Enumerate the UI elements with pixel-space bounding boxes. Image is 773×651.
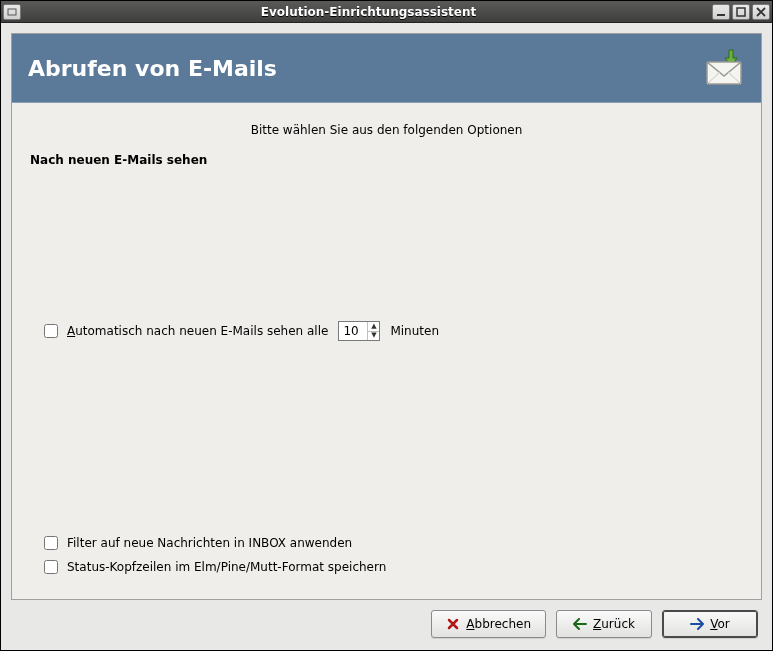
forward-button[interactable]: Vor xyxy=(662,610,758,638)
forward-arrow-icon xyxy=(690,618,704,630)
spin-buttons: ▲ ▼ xyxy=(367,322,379,340)
auto-check-label[interactable]: Automatisch nach neuen E-Mails sehen all… xyxy=(67,324,328,338)
minimize-button[interactable] xyxy=(712,4,730,20)
interval-input[interactable] xyxy=(339,322,367,340)
system-menu-button[interactable] xyxy=(3,4,21,20)
bottom-options: Filter auf neue Nachrichten in INBOX anw… xyxy=(30,529,743,581)
back-label-rest: urück xyxy=(601,617,635,631)
interval-unit: Minuten xyxy=(390,324,439,338)
close-button[interactable] xyxy=(752,4,770,20)
back-button[interactable]: Zurück xyxy=(556,610,652,638)
status-check-row: Status-Kopfzeilen im Elm/Pine/Mutt-Forma… xyxy=(40,557,743,577)
spin-down-button[interactable]: ▼ xyxy=(368,332,379,341)
maximize-button[interactable] xyxy=(732,4,750,20)
mail-receive-icon xyxy=(703,48,745,88)
status-checkbox[interactable] xyxy=(44,560,58,574)
status-check-label[interactable]: Status-Kopfzeilen im Elm/Pine/Mutt-Forma… xyxy=(67,560,386,574)
cancel-icon xyxy=(446,617,460,631)
client-area: Abrufen von E-Mails Bitte wählen Sie aus… xyxy=(1,23,772,650)
auto-check-row: Automatisch nach neuen E-Mails sehen all… xyxy=(40,321,743,341)
cancel-label-rest: bbrechen xyxy=(475,617,531,631)
svg-rect-1 xyxy=(717,14,725,16)
button-row: Abbrechen Zurück Vor xyxy=(11,600,762,640)
auto-check-checkbox[interactable] xyxy=(44,324,58,338)
svg-rect-0 xyxy=(8,9,16,15)
back-arrow-icon xyxy=(573,618,587,630)
wizard-panel: Abrufen von E-Mails Bitte wählen Sie aus… xyxy=(11,33,762,600)
forward-label-rest: or xyxy=(718,617,730,631)
interval-spinbox: ▲ ▼ xyxy=(338,321,380,341)
banner: Abrufen von E-Mails xyxy=(12,34,761,103)
cancel-button[interactable]: Abbrechen xyxy=(431,610,546,638)
auto-check-label-rest: utomatisch nach neuen E-Mails sehen alle xyxy=(75,324,328,338)
window: Evolution-Einrichtungsassistent Abrufen … xyxy=(0,0,773,651)
content-area: Bitte wählen Sie aus den folgenden Optio… xyxy=(12,103,761,599)
window-title: Evolution-Einrichtungsassistent xyxy=(25,5,712,19)
spin-up-button[interactable]: ▲ xyxy=(368,322,379,332)
page-title: Abrufen von E-Mails xyxy=(28,56,277,81)
titlebar: Evolution-Einrichtungsassistent xyxy=(1,1,772,23)
svg-rect-2 xyxy=(737,8,745,16)
instruction-text: Bitte wählen Sie aus den folgenden Optio… xyxy=(30,123,743,137)
section-title: Nach neuen E-Mails sehen xyxy=(30,153,743,167)
filter-checkbox[interactable] xyxy=(44,536,58,550)
filter-check-label[interactable]: Filter auf neue Nachrichten in INBOX anw… xyxy=(67,536,352,550)
window-controls xyxy=(712,4,770,20)
filter-check-row: Filter auf neue Nachrichten in INBOX anw… xyxy=(40,533,743,553)
